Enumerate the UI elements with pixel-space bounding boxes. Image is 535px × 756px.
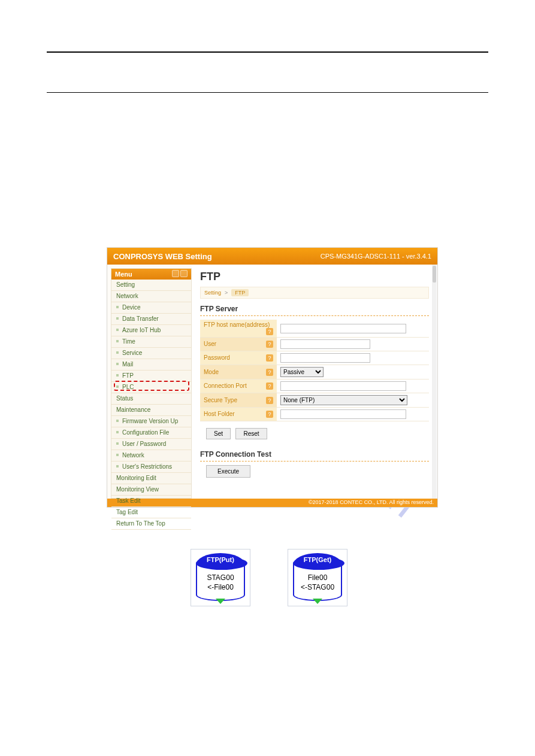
sidebar-item-device[interactable]: Device xyxy=(111,302,191,314)
form-field-cell: Passive xyxy=(277,365,429,379)
sidebar-item-setting[interactable]: Setting xyxy=(111,280,191,291)
help-icon[interactable]: ? xyxy=(266,354,273,362)
ftp-get-block: FTP(Get) File00 <-STAG00 xyxy=(288,549,347,606)
section-divider xyxy=(200,315,429,316)
execute-row: Execute xyxy=(206,465,429,478)
sidebar-item-maintenance[interactable]: Maintenance xyxy=(111,405,191,416)
ftp-get-line2: <-STAG00 xyxy=(288,583,347,591)
form-row: Secure Type?None (FTP) xyxy=(200,393,429,408)
sidebar-item-user-s-restrictions[interactable]: User's Restrictions xyxy=(111,462,191,473)
screenshot-body: Menu SettingNetworkDeviceData TransferAz… xyxy=(107,265,437,499)
page-title: FTP xyxy=(200,271,429,283)
ftp-put-line2: <-File00 xyxy=(191,583,250,591)
form-row: FTP host name(address)? xyxy=(200,320,429,338)
input-connection-port[interactable] xyxy=(280,381,406,391)
embedded-screenshot: CONPROSYS WEB Setting CPS-MG341G-ADSC1-1… xyxy=(107,247,438,508)
sidebar-item-monitoring-edit[interactable]: Monitoring Edit xyxy=(111,473,191,484)
help-icon[interactable]: ? xyxy=(266,341,273,348)
expand-icon[interactable] xyxy=(172,270,179,277)
ftp-form: FTP host name(address)?User?Password?Mod… xyxy=(200,320,429,421)
app-titlebar: CONPROSYS WEB Setting CPS-MG341G-ADSC1-1… xyxy=(107,248,437,265)
form-field-cell xyxy=(277,379,429,393)
form-row: Connection Port? xyxy=(200,379,429,393)
form-field-cell xyxy=(277,320,429,338)
help-icon[interactable]: ? xyxy=(266,397,273,404)
ftp-get-caption: FTP(Get) xyxy=(293,553,342,565)
help-icon[interactable]: ? xyxy=(266,328,273,335)
ftp-diagrams: FTP(Put) STAG00 <-File00 FTP(Get) File00… xyxy=(191,549,347,606)
form-label: Password? xyxy=(200,351,277,365)
help-icon[interactable]: ? xyxy=(266,369,273,376)
form-label: User? xyxy=(200,338,277,351)
thin-rule xyxy=(47,92,488,93)
scrollbar-vertical[interactable] xyxy=(432,265,437,499)
form-field-cell xyxy=(277,338,429,351)
ftp-put-block: FTP(Put) STAG00 <-File00 xyxy=(191,549,250,606)
set-button[interactable]: Set xyxy=(206,428,231,439)
input-password[interactable] xyxy=(280,353,370,363)
form-label: FTP host name(address)? xyxy=(200,320,277,338)
sidebar-item-user-password[interactable]: User / Password xyxy=(111,439,191,450)
sidebar-item-data-transfer[interactable]: Data Transfer xyxy=(111,314,191,325)
top-rule xyxy=(47,51,488,53)
side-menu: Menu SettingNetworkDeviceData TransferAz… xyxy=(111,268,192,499)
ftp-put-line1: STAG00 xyxy=(191,573,250,582)
select-secure-type[interactable]: None (FTP) xyxy=(280,395,407,405)
sidebar-item-firmware-version-up[interactable]: Firmware Version Up xyxy=(111,416,191,427)
sidebar-item-ftp[interactable]: FTP xyxy=(111,371,191,382)
section-ftp-server: FTP Server xyxy=(200,305,429,313)
form-label: Mode? xyxy=(200,365,277,379)
menu-list: SettingNetworkDeviceData TransferAzure I… xyxy=(111,280,191,530)
scrollbar-thumb[interactable] xyxy=(433,266,436,283)
input-ftp-host-name-address-[interactable] xyxy=(280,324,406,333)
collapse-icon[interactable] xyxy=(180,270,188,277)
sidebar-item-network[interactable]: Network xyxy=(111,291,191,302)
form-row: Mode?Passive xyxy=(200,365,429,379)
breadcrumb-a[interactable]: Setting xyxy=(204,290,221,296)
reset-button[interactable]: Reset xyxy=(235,428,267,439)
section-divider-2 xyxy=(200,461,429,462)
form-label: Secure Type? xyxy=(200,393,277,408)
form-row: Host Folder? xyxy=(200,408,429,421)
sidebar-item-azure-iot-hub[interactable]: Azure IoT Hub xyxy=(111,325,191,336)
select-mode[interactable]: Passive xyxy=(280,367,324,377)
sidebar-item-tag-edit[interactable]: Tag Edit xyxy=(111,507,191,518)
sidebar-item-plc[interactable]: PLC xyxy=(111,382,191,393)
form-row: User? xyxy=(200,338,429,351)
section-connection-test: FTP Connection Test xyxy=(200,450,429,459)
sidebar-item-mail[interactable]: Mail xyxy=(111,359,191,371)
sidebar-item-service[interactable]: Service xyxy=(111,348,191,359)
form-field-cell xyxy=(277,408,429,421)
menu-header: Menu xyxy=(111,269,191,280)
form-row: Password? xyxy=(200,351,429,365)
ftp-put-caption: FTP(Put) xyxy=(196,553,245,565)
form-field-cell: None (FTP) xyxy=(277,393,429,408)
content-pane: FTP Setting > FTP FTP Server FTP host na… xyxy=(192,265,437,499)
down-triangle-icon xyxy=(216,599,225,604)
sidebar-item-return-to-the-top[interactable]: Return To The Top xyxy=(111,518,191,530)
input-host-folder[interactable] xyxy=(280,409,406,419)
model-version: CPS-MG341G-ADSC1-111 - ver.3.4.1 xyxy=(321,253,431,260)
sidebar-item-time[interactable]: Time xyxy=(111,336,191,348)
menu-header-icons xyxy=(171,270,188,278)
sidebar-item-monitoring-view[interactable]: Monitoring View xyxy=(111,484,191,496)
down-triangle-icon xyxy=(313,599,322,604)
form-label: Connection Port? xyxy=(200,379,277,393)
sidebar-item-task-edit[interactable]: Task Edit xyxy=(111,496,191,507)
app-title: CONPROSYS WEB Setting xyxy=(113,252,212,261)
breadcrumb-b: FTP xyxy=(231,289,249,296)
execute-button[interactable]: Execute xyxy=(206,465,250,478)
help-icon[interactable]: ? xyxy=(266,411,273,418)
document-page: manualshive.com CONPROSYS WEB Setting CP… xyxy=(0,0,535,756)
sidebar-item-configuration-file[interactable]: Configuration File xyxy=(111,427,191,439)
form-buttons: Set Reset xyxy=(206,427,429,439)
form-field-cell xyxy=(277,351,429,365)
sidebar-item-network[interactable]: Network xyxy=(111,450,191,462)
breadcrumb-sep: > xyxy=(225,290,228,296)
input-user[interactable] xyxy=(280,339,370,349)
menu-header-label: Menu xyxy=(115,271,132,278)
form-label: Host Folder? xyxy=(200,408,277,421)
help-icon[interactable]: ? xyxy=(266,382,273,390)
breadcrumb: Setting > FTP xyxy=(200,287,429,299)
sidebar-item-status[interactable]: Status xyxy=(111,393,191,405)
